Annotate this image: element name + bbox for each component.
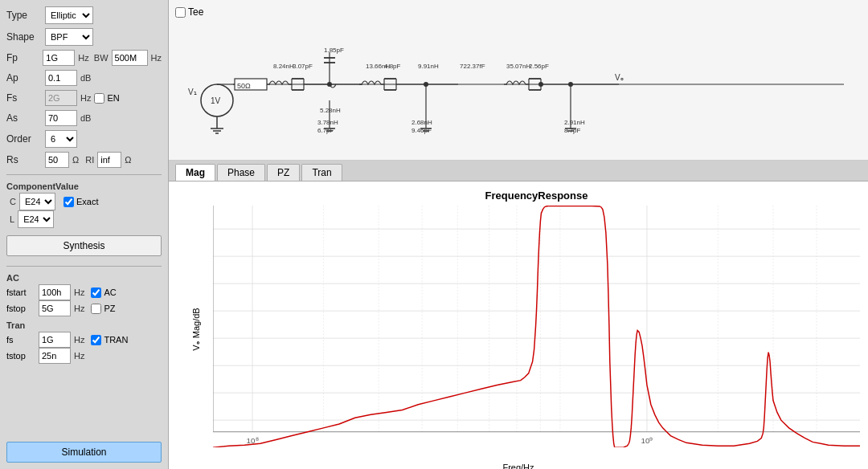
cv-title: ComponentValue <box>6 181 162 191</box>
l-row: L E24 E12 E96 <box>10 210 162 228</box>
tab-phase[interactable]: Phase <box>217 164 265 181</box>
fs-label: Fs <box>6 92 42 104</box>
rs-rl-row: Rs Ω RI Ω <box>6 152 162 168</box>
svg-text:4.8pF: 4.8pF <box>384 63 401 70</box>
ac-checkbox[interactable] <box>91 288 101 298</box>
c-select[interactable]: E24 E12 E96 <box>19 193 55 210</box>
tstop-unit: Hz <box>74 351 84 361</box>
svg-text:1.85pF: 1.85pF <box>324 47 344 54</box>
type-row: Type Elliptic Butterworth Chebyshev <box>6 6 162 24</box>
shape-label: Shape <box>6 31 42 43</box>
order-row: Order 6 4 5 7 8 <box>6 130 162 148</box>
x-axis-label: Freq/Hz <box>502 463 534 469</box>
tab-tran[interactable]: Tran <box>301 164 342 181</box>
svg-rect-72 <box>213 206 860 447</box>
svg-text:Vₒ: Vₒ <box>615 73 624 82</box>
rl-label: RI <box>85 155 94 165</box>
ac-title: AC <box>6 273 162 283</box>
circuit-svg: 1V V₁ 50Ω 8.24nH 3.07pF <box>169 8 860 161</box>
svg-text:9.91nH: 9.91nH <box>418 63 439 70</box>
cv-section: ComponentValue C E24 E12 E96 Exact L E24… <box>6 181 162 228</box>
pz-check-text: PZ <box>104 304 115 313</box>
order-label: Order <box>6 133 42 145</box>
synthesis-button[interactable]: Synthesis <box>6 235 162 256</box>
as-label: As <box>6 112 42 124</box>
ac-check-label: AC <box>91 288 116 298</box>
ac-section: AC fstart Hz AC fstop Hz PZ <box>6 273 162 316</box>
tran-check-label: TRAN <box>91 335 128 345</box>
exact-label: Exact <box>76 197 99 206</box>
tstop-input[interactable] <box>39 348 71 364</box>
frequency-response-chart: 0 -10 -20 -30 -40 -50 -60 -70 -80 10⁸ 10… <box>213 206 860 447</box>
plot-area: Mag Phase PZ Tran FrequencyResponse Vₒ M… <box>169 161 868 469</box>
fstart-unit: Hz <box>74 288 84 297</box>
as-input[interactable] <box>45 110 77 126</box>
pz-checkbox[interactable] <box>91 304 101 314</box>
fs-unit: Hz <box>80 93 91 103</box>
tab-pz[interactable]: PZ <box>267 164 300 181</box>
en-checkbox-label: EN <box>94 93 119 104</box>
tran-check-text: TRAN <box>104 335 128 345</box>
rs-unit: Ω <box>72 155 79 165</box>
right-panel: Tee 1V V₁ 50Ω 8.24nH 3.0 <box>169 0 868 469</box>
svg-text:722.37fF: 722.37fF <box>460 63 485 70</box>
ap-label: Ap <box>6 72 42 84</box>
fp-label: Fp <box>6 52 39 63</box>
as-unit: dB <box>80 113 91 123</box>
tran-section: Tran fs Hz TRAN tstop Hz <box>6 320 162 364</box>
exact-checkbox-label: Exact <box>63 197 99 207</box>
fs-tran-row: fs Hz TRAN <box>6 332 162 348</box>
fp-input[interactable] <box>43 50 75 66</box>
fs-input[interactable] <box>45 90 77 106</box>
pz-check-label: PZ <box>91 304 115 314</box>
order-select[interactable]: 6 4 5 7 8 <box>45 130 77 148</box>
rs-label: Rs <box>6 154 42 165</box>
tstop-label: tstop <box>6 351 35 361</box>
type-label: Type <box>6 10 42 21</box>
circuit-area: Tee 1V V₁ 50Ω 8.24nH 3.0 <box>169 0 868 161</box>
c-row: C E24 E12 E96 Exact <box>10 193 162 210</box>
tab-mag[interactable]: Mag <box>175 164 215 181</box>
fs-tran-input[interactable] <box>39 332 71 348</box>
svg-point-70 <box>538 82 543 87</box>
left-panel: Type Elliptic Butterworth Chebyshev Shap… <box>0 0 169 469</box>
tran-title: Tran <box>6 320 162 330</box>
shape-row: Shape BPF LPF HPF BSF <box>6 28 162 46</box>
svg-text:35.07nH: 35.07nH <box>506 63 530 70</box>
fstart-input[interactable] <box>39 284 71 300</box>
exact-checkbox[interactable] <box>63 197 74 207</box>
type-select[interactable]: Elliptic Butterworth Chebyshev <box>45 6 93 24</box>
bw-label: BW <box>94 53 108 63</box>
svg-point-69 <box>424 82 428 87</box>
svg-text:5.28nH: 5.28nH <box>320 107 341 114</box>
plot-content: FrequencyResponse Vₒ Mag/dB Freq/Hz 0 -1… <box>169 181 868 469</box>
shape-select[interactable]: BPF LPF HPF BSF <box>45 28 93 46</box>
rl-input[interactable] <box>97 152 121 168</box>
fs-tran-unit: Hz <box>74 335 84 345</box>
fs-row: Fs Hz EN <box>6 90 162 106</box>
en-checkbox[interactable] <box>94 93 104 104</box>
svg-point-68 <box>327 82 332 87</box>
ap-input[interactable] <box>45 70 77 86</box>
ap-row: Ap dB <box>6 70 162 86</box>
fstop-unit: Hz <box>74 304 84 313</box>
fstop-label: fstop <box>6 304 35 313</box>
simulation-button[interactable]: Simulation <box>6 442 162 463</box>
l-select[interactable]: E24 E12 E96 <box>18 210 54 228</box>
bw-input[interactable] <box>112 50 148 66</box>
tstop-row: tstop Hz <box>6 348 162 364</box>
ap-unit: dB <box>80 73 91 83</box>
tran-checkbox[interactable] <box>91 335 101 345</box>
svg-text:2.56pF: 2.56pF <box>529 63 549 70</box>
l-label: L <box>10 214 14 224</box>
svg-text:3.07pF: 3.07pF <box>293 63 313 70</box>
svg-text:10⁹: 10⁹ <box>641 436 653 445</box>
fstop-row: fstop Hz PZ <box>6 300 162 316</box>
ac-check-text: AC <box>104 288 116 297</box>
rs-input[interactable] <box>45 152 69 168</box>
fstop-input[interactable] <box>39 300 71 316</box>
svg-text:V₁: V₁ <box>188 88 197 96</box>
svg-text:1V: 1V <box>211 96 221 105</box>
svg-text:2.91nH: 2.91nH <box>564 119 585 126</box>
rl-unit: Ω <box>125 155 131 165</box>
